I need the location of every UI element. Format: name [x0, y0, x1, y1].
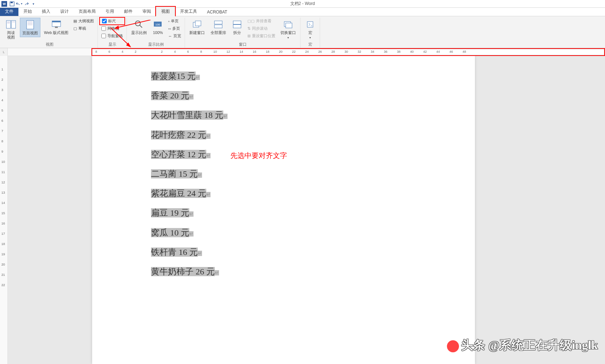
- selected-text[interactable]: 铁杆青 16 元: [151, 248, 198, 257]
- paragraph-mark: ↵: [215, 270, 219, 275]
- tab-references[interactable]: 引用: [101, 7, 119, 16]
- draft-view-button[interactable]: ▢ 草稿: [72, 25, 95, 32]
- svg-rect-20: [214, 21, 222, 24]
- paragraph-mark: ↵: [206, 133, 211, 139]
- ruler-tick: 48: [463, 50, 466, 53]
- one-page-icon: ▫: [168, 19, 169, 23]
- selected-text[interactable]: 空心芹菜 12 元: [151, 150, 206, 159]
- vruler-tick: 2: [1, 78, 3, 81]
- one-page-button[interactable]: ▫单页: [167, 18, 183, 24]
- document-line[interactable]: 扁豆 19 元↵: [151, 203, 475, 223]
- vruler-tick: 19: [1, 252, 5, 256]
- selected-text[interactable]: 春菠菜15 元: [151, 72, 196, 81]
- vruler-tick: 13: [1, 191, 5, 194]
- tab-mailings[interactable]: 邮件: [119, 7, 138, 16]
- ruler-tick: 26: [318, 50, 322, 53]
- sync-scroll-icon: ⇅: [247, 26, 251, 31]
- svg-rect-25: [286, 23, 292, 28]
- ribbon-tabs: 文件 开始 插入 设计 页面布局 引用 邮件 审阅 视图 开发工具 ACROBA…: [0, 8, 605, 16]
- read-view-button[interactable]: 阅读 视图: [4, 18, 18, 41]
- ruler-tick: 12: [226, 50, 230, 53]
- selected-text[interactable]: 窝瓜 10 元: [151, 228, 189, 237]
- selected-text[interactable]: 香菜 20 元: [151, 91, 189, 100]
- tab-review[interactable]: 审阅: [138, 7, 156, 16]
- web-view-icon: [51, 19, 62, 30]
- vruler-tick: 22: [1, 283, 5, 287]
- svg-rect-21: [214, 25, 222, 28]
- macros-button[interactable]: 宏▾: [303, 18, 318, 41]
- reset-window-icon: ⊞: [247, 34, 251, 38]
- selected-text[interactable]: 二马蔺 15 元: [151, 169, 198, 178]
- ruler-corner: L: [0, 48, 8, 56]
- ruler-tick: 40: [410, 50, 414, 53]
- outline-view-button[interactable]: ▤ 大纲视图: [72, 18, 95, 24]
- ruler-tick: 36: [384, 50, 387, 53]
- vruler-tick: 1: [1, 68, 3, 71]
- tab-design[interactable]: 设计: [55, 7, 74, 16]
- vruler-tick: 8: [1, 140, 3, 143]
- multi-page-button[interactable]: ▫▫多页: [167, 25, 183, 32]
- document-area: 12345678910111213141516171819202122 春菠菜1…: [0, 56, 605, 364]
- split-button[interactable]: 拆分: [230, 18, 245, 36]
- paragraph-mark: ↵: [189, 231, 194, 237]
- ruler-tick: 20: [279, 50, 282, 53]
- switch-window-icon: [283, 19, 293, 30]
- horizontal-ruler[interactable]: L 86422468101214161820222426283032343638…: [0, 48, 605, 56]
- selected-text[interactable]: 大花叶雪里蕻 18 元: [151, 110, 223, 120]
- document-line[interactable]: 空心芹菜 12 元↵: [151, 145, 475, 164]
- document-page[interactable]: 春菠菜15 元↵香菜 20 元↵大花叶雪里蕻 18 元↵花叶疙瘩 22 元↵空心…: [92, 56, 475, 364]
- arrange-all-button[interactable]: 全部重排: [208, 18, 228, 36]
- document-line[interactable]: 紫花扁豆 24 元↵: [151, 184, 475, 203]
- document-line[interactable]: 花叶疙瘩 22 元↵: [151, 125, 475, 145]
- svg-rect-13: [55, 27, 58, 28]
- selected-text[interactable]: 黄牛奶柿子 26 元: [151, 267, 215, 276]
- ruler-tick: 16: [253, 50, 256, 53]
- ruler-tick: 6: [108, 50, 110, 53]
- document-line[interactable]: 大花叶雪里蕻 18 元↵: [151, 106, 475, 125]
- tab-home[interactable]: 开始: [18, 7, 37, 16]
- tab-layout[interactable]: 页面布局: [74, 7, 101, 16]
- title-bar: W ▾ ▾ 文档2 - Word: [0, 0, 605, 8]
- switch-window-button[interactable]: 切换窗口▾: [278, 18, 298, 41]
- tab-developer[interactable]: 开发工具: [175, 7, 202, 16]
- ruler-tick: 46: [449, 50, 453, 53]
- selected-text[interactable]: 紫花扁豆 24 元: [151, 189, 206, 198]
- tab-acrobat[interactable]: ACROBAT: [202, 8, 232, 16]
- page-view-button[interactable]: 页面视图: [20, 18, 40, 37]
- page-width-button[interactable]: ↔页宽: [167, 33, 183, 39]
- vruler-tick: 20: [1, 263, 5, 266]
- redo-button[interactable]: [23, 1, 30, 7]
- vruler-tick: 14: [1, 201, 5, 205]
- ruler-tick: 28: [331, 50, 335, 53]
- document-line[interactable]: 春菠菜15 元↵: [151, 67, 475, 86]
- vruler-tick: 11: [1, 170, 5, 174]
- vertical-ruler[interactable]: 12345678910111213141516171819202122: [0, 56, 8, 364]
- vruler-tick: 18: [1, 242, 5, 246]
- zoom-100-button[interactable]: 100 100%: [150, 18, 165, 36]
- ruler-tick: 2: [135, 50, 136, 53]
- file-tab[interactable]: 文件: [0, 7, 18, 16]
- document-title: 文档2 - Word: [290, 1, 315, 7]
- paragraph-mark: ↵: [189, 211, 194, 217]
- document-line[interactable]: 铁杆青 16 元↵: [151, 243, 475, 262]
- save-button[interactable]: [9, 1, 16, 7]
- document-line[interactable]: 香菜 20 元↵: [151, 86, 475, 106]
- new-window-button[interactable]: 新建窗口: [187, 18, 207, 36]
- ruler-track[interactable]: 8642246810121416182022242628303234363840…: [92, 49, 604, 55]
- selected-text[interactable]: 扁豆 19 元: [151, 208, 189, 217]
- word-app-icon: W: [1, 1, 7, 7]
- document-line[interactable]: 黄牛奶柿子 26 元↵: [151, 262, 475, 281]
- tab-insert[interactable]: 插入: [37, 7, 55, 16]
- qat-customize-dropdown[interactable]: ▾: [30, 1, 37, 7]
- selected-text[interactable]: 花叶疙瘩 22 元: [151, 130, 206, 140]
- undo-button[interactable]: ▾: [16, 1, 23, 7]
- web-view-button[interactable]: Web 版式视图: [42, 18, 71, 36]
- svg-rect-3: [11, 21, 16, 28]
- tab-view[interactable]: 视图: [156, 7, 175, 16]
- ruler-tick: 8: [200, 50, 202, 53]
- ruler-tick: 24: [305, 50, 309, 53]
- paragraph-mark: ↵: [198, 251, 202, 256]
- document-line[interactable]: 二马蔺 15 元↵: [151, 164, 475, 184]
- document-line[interactable]: 窝瓜 10 元↵: [151, 223, 475, 243]
- page-canvas[interactable]: 春菠菜15 元↵香菜 20 元↵大花叶雪里蕻 18 元↵花叶疙瘩 22 元↵空心…: [8, 56, 605, 364]
